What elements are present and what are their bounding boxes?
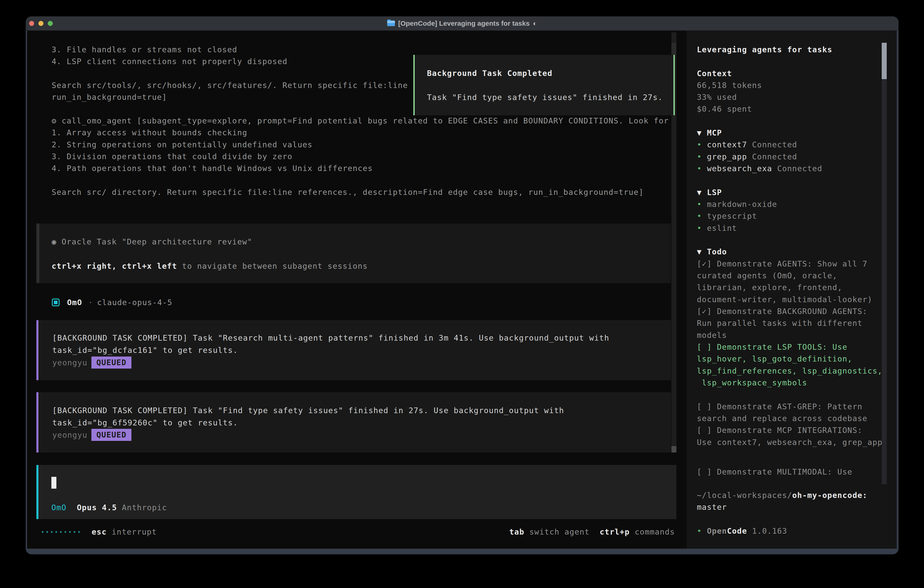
notification-body: Task "Find type safety issues" finished … [427, 91, 663, 104]
folder-icon [387, 20, 395, 26]
terminal-line: call_omo_agent [subagent_type=explore, p… [62, 115, 669, 127]
sidebar-line: lsp_workspace_symbols [697, 377, 807, 389]
task-card-line: task_id="bg_dcfac161" to get results. [52, 344, 238, 356]
input-model-line: Opus 4.5 [77, 502, 117, 514]
sidebar-line: [✓] Demonstrate BACKGROUND AGENTS: [697, 306, 867, 317]
sidebar-line: ▼ Todo [697, 246, 727, 258]
terminal-line: 3. File handles or streams not closed [52, 44, 238, 56]
agent-icon [52, 299, 59, 306]
agent-session-line: · [88, 297, 93, 309]
terminal-line: 4. LSP client connections not properly d… [52, 56, 287, 68]
sidebar-line: [ ] Demonstrate MULTIMODAL: Use [697, 466, 852, 478]
terminal-line: run_in_background=true] [52, 91, 167, 103]
status-bar-line: tab switch agent ctrl+p commands [509, 526, 675, 538]
sidebar-line: ▼ LSP [697, 187, 722, 198]
terminal-line: Search src/ directory. Return specific f… [52, 186, 644, 198]
input-model-line: OmO [51, 502, 66, 514]
notification-title: Background Task Completed [427, 67, 553, 79]
sidebar-line: • markdown-oxide [697, 198, 777, 210]
task-card-line: [BACKGROUND TASK COMPLETED] Task "Find t… [52, 405, 564, 416]
terminal-line: 1. Array access without bounds checking [52, 127, 248, 139]
sidebar-line: • eslint [697, 222, 737, 234]
sidebar-line: 33% used [697, 91, 737, 103]
oracle-box-line: ctrl+x right, ctrl+x left to navigate be… [52, 260, 368, 272]
sidebar-line: • typescript [697, 210, 757, 222]
sidebar-line: lsp_find_references, lsp_diagnostics, [697, 365, 883, 377]
oracle-box-line: Oracle Task "Deep architecture review" [62, 236, 252, 248]
close-button[interactable] [29, 21, 34, 26]
sidebar-line: search and replace across codebase [697, 413, 867, 424]
sidebar-scrollbar-thumb[interactable] [882, 43, 887, 79]
terminal-window: [OpenCode] Leveraging agents for tasks ◐… [26, 17, 899, 554]
input-model-line: Anthropic [122, 502, 167, 514]
sidebar-line: • OpenCode 1.0.163 [697, 525, 787, 537]
sidebar-line: Run parallel tasks with different [697, 317, 862, 329]
terminal-line: Search src/tools/, src/hooks/, src/featu… [52, 79, 408, 91]
zoom-button[interactable] [48, 21, 53, 26]
sidebar-line: • websearch_exa Connected [697, 163, 822, 175]
sidebar-line: Use context7, websearch_exa, grep_app [697, 436, 883, 448]
minimize-button[interactable] [38, 21, 43, 26]
sidebar-scrollbar-track[interactable] [882, 79, 887, 484]
status-bar-line: esc interrupt [92, 526, 157, 538]
sidebar-line: document-writer, multimodal-looker) [697, 294, 872, 306]
terminal-line: 2. String operations on potentially unde… [52, 139, 313, 151]
sidebar-line: ~/local-workspaces/oh-my-opencode: [697, 489, 867, 501]
sidebar-line: Leveraging agents for tasks [697, 44, 832, 56]
agent-session-line: OmO [67, 297, 82, 309]
oracle-task-box [36, 223, 671, 283]
terminal-line: 4. Path operations that don't handle Win… [52, 162, 373, 174]
task-card-line: yeongyu [52, 429, 87, 441]
sidebar-line: [ ] Demonstrate MCP INTEGRATIONS: [697, 424, 862, 436]
sidebar-line: [ ] Demonstrate LSP TOOLS: Use [697, 341, 847, 353]
main-scrollbar-thumb[interactable] [672, 446, 676, 453]
sidebar-line: lsp_hover, lsp_goto_definition, [697, 353, 852, 365]
sidebar-line: ▼ MCP [697, 127, 722, 139]
task-card-line: task_id="bg_6f59260c" to get results. [52, 417, 238, 429]
sidebar-line: [✓] Demonstrate AGENTS: Show all 7 [697, 258, 867, 270]
status-badge: QUEUED [91, 357, 131, 368]
text-cursor [51, 477, 56, 489]
terminal-body: QUEUED QUEUED Background Task Completed … [27, 31, 897, 549]
sidebar-line: librarian, explore, frontend, [697, 281, 842, 294]
sidebar-line: • grep_app Connected [697, 151, 797, 163]
half-circle-icon: ◐ [533, 20, 537, 27]
sidebar-line: master [697, 501, 727, 513]
sidebar-line: $0.46 spent [697, 103, 752, 115]
task-card-line: [BACKGROUND TASK COMPLETED] Task "Resear… [52, 332, 609, 344]
window-title: [OpenCode] Leveraging agents for tasks [398, 20, 530, 27]
sidebar-line: 66,518 tokens [697, 79, 762, 91]
task-card-line: yeongyu [52, 357, 87, 369]
window-titlebar[interactable]: [OpenCode] Leveraging agents for tasks ◐ [26, 17, 899, 31]
main-scrollbar-cap [672, 43, 676, 55]
terminal-line: 3. Division operations that could divide… [52, 150, 292, 163]
oracle-box-line: ◉ [52, 236, 57, 248]
sidebar-line: models [697, 329, 727, 341]
sidebar-line: Context [697, 68, 732, 79]
sidebar-line: curated agents (OmO, oracle, [697, 270, 837, 282]
sidebar-line: • context7 Connected [697, 139, 797, 151]
sidebar-line: [ ] Demonstrate AST-GREP: Pattern [697, 401, 862, 413]
status-badge: QUEUED [91, 429, 131, 441]
agent-session-line: claude-opus-4-5 [97, 297, 172, 309]
notification-toast[interactable]: Background Task Completed Task "Find typ… [413, 55, 675, 115]
terminal-line: ⚙ [52, 115, 57, 127]
